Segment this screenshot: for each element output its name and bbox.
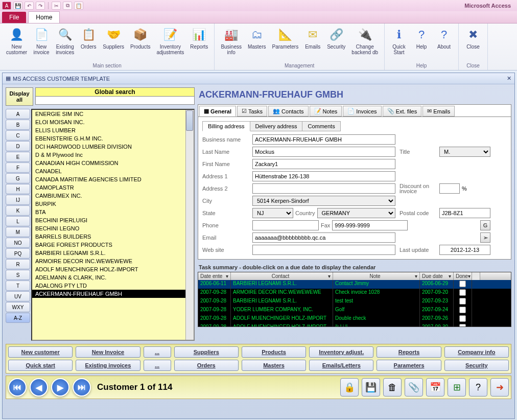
first-name-field[interactable] [252, 159, 395, 169]
action-quick-start-button[interactable]: Quick start [8, 360, 73, 371]
customer-list-item[interactable]: ACKERMANN-FRUEHAUF GMBH [32, 290, 194, 298]
customer-list-item[interactable]: ADELMANN & CLARK, INC. [32, 273, 194, 282]
city-select[interactable]: 5014 Kerpen-Sindorf [252, 196, 395, 206]
action-----button[interactable]: ... [144, 360, 171, 371]
subtab-billing-address[interactable]: Billing address [202, 121, 250, 131]
customer-list-item[interactable]: BECHINI PIERLUIGI [32, 216, 194, 224]
email-field[interactable] [252, 232, 395, 243]
action-parameters-button[interactable]: Parameters [377, 360, 441, 371]
save-icon[interactable]: 💾 [362, 378, 380, 396]
orders-button[interactable]: 📋Orders [77, 26, 100, 62]
last-name-field[interactable] [252, 147, 395, 157]
az-filter-uv[interactable]: UV [6, 291, 30, 301]
action-new-invoice-button[interactable]: New Invoice [76, 346, 140, 358]
country-select[interactable]: GERMANY [317, 208, 395, 218]
fax-field[interactable] [332, 220, 408, 230]
customer-list-item[interactable]: CANADA MARITIME AGENCIES LIMITED [32, 175, 194, 183]
action-----button[interactable]: ... [144, 346, 171, 358]
task-row[interactable]: 2006-06-11BARBIERI LEGNAMI S.R.L.Contact… [198, 280, 511, 289]
tab-emails[interactable]: ✉Emails [422, 106, 455, 116]
customer-list-item[interactable]: BARRELS BUILDERS [32, 232, 194, 241]
title-select[interactable]: M. [439, 147, 490, 157]
az-filter-l[interactable]: L [6, 216, 30, 226]
dropdown-icon[interactable]: ▾ [226, 273, 228, 279]
state-select[interactable]: NJ [252, 208, 293, 218]
task-row[interactable]: 2007-09-28ADOLF MUENCHINGER HOLZ-IMPORTD… [198, 315, 511, 323]
customer-list-item[interactable]: ADALONG PTY LTD [32, 282, 194, 290]
tab-contacts[interactable]: 👥Contacts [268, 106, 308, 116]
cut-icon[interactable]: ✂ [52, 2, 61, 10]
customer-list-item[interactable]: BARGE FOREST PRODUCTS [32, 241, 194, 249]
task-row[interactable]: 2007-09-28ARMOIRE DECOR INC.WEWEWEWEChec… [198, 289, 511, 297]
tab-tasks[interactable]: ☑Tasks [237, 106, 267, 116]
help-icon[interactable]: ? [469, 378, 487, 396]
products-button[interactable]: 📦Products [127, 26, 153, 62]
action-company-info-button[interactable]: Company info [444, 346, 509, 358]
az-filter-pq[interactable]: PQ [6, 248, 30, 259]
save-icon[interactable]: 💾 [13, 2, 22, 10]
nav-next-button[interactable]: ▶ [51, 378, 69, 396]
az-filter-h[interactable]: H [6, 184, 30, 194]
customer-list-item[interactable]: D & M Plywood Inc [32, 151, 194, 159]
customer-list-item[interactable]: BECHINI LEGNO [32, 224, 194, 232]
display-all-button[interactable]: Display all [6, 87, 33, 106]
emails-button[interactable]: ✉Emails [301, 26, 324, 62]
az-filter-t[interactable]: T [6, 281, 30, 291]
google-button[interactable]: G [480, 220, 490, 230]
az-filter-g[interactable]: G [6, 173, 30, 183]
close-button[interactable]: ✖Close [462, 26, 484, 62]
customer-list-item[interactable]: ELOI MOISAN INC. [32, 118, 194, 126]
tab-file[interactable]: File [2, 12, 26, 23]
masters-button[interactable]: 🗂Masters [245, 26, 269, 62]
done-checkbox[interactable] [459, 307, 466, 313]
action-emails-letters-button[interactable]: Emails/Letters [309, 360, 373, 371]
business-name-field[interactable] [252, 134, 395, 145]
dropdown-icon[interactable]: ▾ [449, 273, 451, 279]
delete-icon[interactable]: 🗑 [383, 378, 402, 396]
done-checkbox[interactable] [459, 281, 466, 287]
tab-general[interactable]: ▦General [199, 106, 236, 116]
az-filter-s[interactable]: S [6, 270, 30, 280]
lock-icon[interactable]: 🔒 [340, 378, 359, 396]
az-filter-m[interactable]: M [6, 227, 30, 237]
subtab-comments[interactable]: Comments [302, 121, 340, 131]
change-backend-button[interactable]: 🔌Changebackend db [348, 26, 381, 62]
existing-invoices-button[interactable]: 🔍Existinginvoices [53, 26, 77, 62]
nav-first-button[interactable]: ⏮ [8, 378, 27, 396]
excel-icon[interactable]: ⊞ [448, 378, 466, 396]
dropdown-icon[interactable]: ▾ [328, 273, 331, 279]
action-security-button[interactable]: Security [444, 360, 509, 371]
task-row[interactable]: 2007-09-28BARBIERI LEGNAMI S.R.L.test te… [198, 297, 511, 306]
done-checkbox[interactable] [459, 289, 466, 296]
new-invoice-button[interactable]: 📄Newinvoice [30, 26, 53, 62]
discount-field[interactable] [439, 183, 460, 194]
quick-start-button[interactable]: ℹQuickStart [388, 26, 410, 62]
customer-list-item[interactable]: ELLIS LUMBER [32, 126, 194, 134]
task-row[interactable]: 2007-09-28YODER LUMBER COMPANY, INC.Golf… [198, 306, 511, 315]
customer-list[interactable]: ENERGIE SIM INCELOI MOISAN INC.ELLIS LUM… [31, 109, 195, 341]
az-filter-k[interactable]: K [6, 205, 30, 216]
action-existing-invoices-button[interactable]: Existing invoices [76, 360, 140, 371]
customer-list-item[interactable]: ARMOIRE DECOR INC.WEWEWEWE [32, 257, 194, 265]
new-customer-button[interactable]: 👤Newcustomer [3, 26, 30, 62]
address2-field[interactable] [252, 183, 395, 194]
done-checkbox[interactable] [459, 324, 466, 327]
action-products-button[interactable]: Products [242, 346, 306, 358]
customer-list-item[interactable]: EBENISTERIE G.H.M INC. [32, 134, 194, 143]
tab-notes[interactable]: 📝Notes [310, 106, 342, 116]
scrollbar[interactable] [185, 110, 194, 340]
az-filter-a-z[interactable]: A-Z [6, 313, 30, 323]
exit-icon[interactable]: ➜ [490, 378, 509, 396]
action-masters-button[interactable]: Masters [242, 360, 306, 371]
email-action-button[interactable]: ➣ [480, 232, 490, 243]
customer-list-item[interactable]: CAMBIUMEX INC. [32, 192, 194, 200]
task-grid[interactable]: Date ente ▾ Contact▾ Note▾ Due date▾ Don… [198, 272, 511, 327]
tab-home[interactable]: Home [28, 11, 60, 23]
inventory-adjustments-button[interactable]: 📝Inventoryadjustments [153, 26, 187, 62]
about-button[interactable]: ?About [433, 26, 455, 62]
lastupdate-field[interactable] [439, 245, 490, 255]
security-button[interactable]: 🔗Security [324, 26, 348, 62]
done-checkbox[interactable] [459, 315, 466, 322]
calendar-icon[interactable]: 📅 [426, 378, 444, 396]
help-button[interactable]: ?Help [410, 26, 433, 62]
